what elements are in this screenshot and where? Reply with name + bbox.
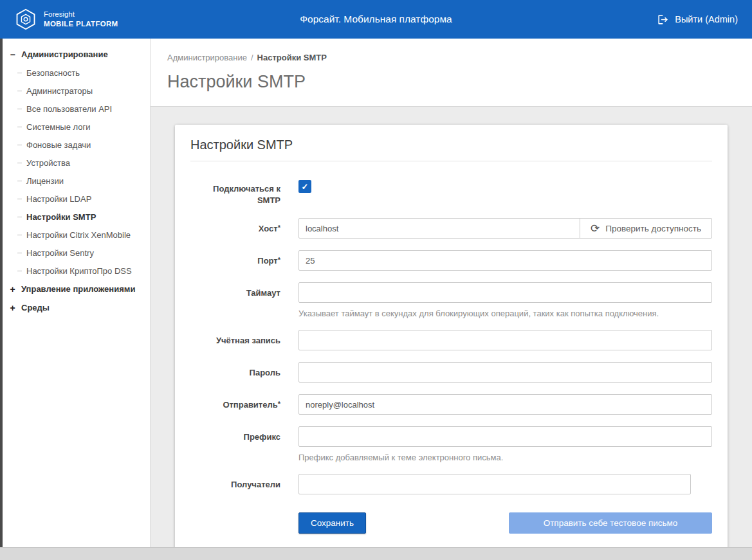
- prefix-input[interactable]: [298, 426, 712, 447]
- port-label: Порт*: [190, 250, 280, 271]
- tree-dash-icon: [17, 73, 22, 73]
- timeout-help-text: Указывает таймаут в секундах для блокиру…: [298, 309, 712, 318]
- logo-title: Foresight: [44, 10, 118, 19]
- breadcrumb: Администрирование/Настройки SMTP: [167, 53, 735, 62]
- sidebar-item-devices[interactable]: Устройства: [4, 154, 150, 172]
- main-area: Администрирование/Настройки SMTP Настрой…: [151, 39, 752, 547]
- form-row-recipients: Получатели: [190, 474, 712, 494]
- form-row-host: Хост* ⟳ Проверить доступность: [190, 218, 712, 239]
- check-availability-button[interactable]: ⟳ Проверить доступность: [580, 218, 712, 239]
- form-row-port: Порт*: [190, 250, 712, 271]
- tree-dash-icon: [17, 127, 22, 127]
- page-header: Администрирование/Настройки SMTP Настрой…: [151, 39, 752, 107]
- content-area: Настройки SMTP Подключаться к SMTP ✓: [151, 107, 752, 547]
- app-header: Foresight MOBILE PLATFORM Форсайт. Мобил…: [0, 0, 752, 39]
- tree-dash-icon: [17, 235, 22, 235]
- form-row-timeout: Таймаут Указывает таймаут в секундах для…: [190, 282, 712, 318]
- expand-icon[interactable]: +: [9, 303, 16, 312]
- logo-hexagon-gear-icon: [14, 8, 37, 31]
- save-button[interactable]: Сохранить: [298, 512, 366, 534]
- form-row-account: Учётная запись: [190, 330, 712, 350]
- refresh-icon: ⟳: [591, 223, 600, 234]
- sidebar-item-api-users[interactable]: Все пользователи API: [4, 100, 150, 118]
- timeout-label: Таймаут: [190, 282, 280, 318]
- sidebar-item-cryptopro-dss-settings[interactable]: Настройки КриптоПро DSS: [4, 262, 150, 280]
- tree-dash-icon: [17, 217, 22, 217]
- sidebar-section-label: Администрирование: [21, 50, 108, 59]
- sidebar-section-administration[interactable]: − Администрирование: [4, 45, 150, 64]
- prefix-help-text: Префикс добавляемый к теме электронного …: [298, 453, 712, 462]
- required-mark: *: [278, 400, 280, 408]
- sidebar-section-environments[interactable]: + Среды: [4, 298, 150, 317]
- send-test-email-button[interactable]: Отправить себе тестовое письмо: [509, 512, 712, 534]
- form-row-prefix: Префикс Префикс добавляемый к теме элект…: [190, 426, 712, 462]
- sidebar-section-label: Управление приложениями: [21, 284, 135, 294]
- port-input[interactable]: [298, 250, 712, 271]
- check-availability-label: Проверить доступность: [605, 224, 701, 233]
- sidebar-section-label: Среды: [21, 303, 50, 312]
- required-mark: *: [278, 224, 280, 231]
- sidebar-item-smtp-settings[interactable]: Настройки SMTP: [4, 208, 150, 226]
- page-title: Настройки SMTP: [167, 72, 735, 92]
- card-title: Настройки SMTP: [190, 138, 712, 161]
- sidebar-item-system-logs[interactable]: Системные логи: [4, 118, 150, 136]
- sidebar: − Администрирование Безопасность Админис…: [0, 39, 151, 547]
- recipients-label: Получатели: [190, 474, 280, 494]
- app-logo: Foresight MOBILE PLATFORM: [14, 8, 118, 31]
- connect-smtp-label: Подключаться к SMTP: [190, 178, 280, 206]
- sidebar-section-app-management[interactable]: + Управление приложениями: [4, 280, 150, 298]
- sidebar-item-licenses[interactable]: Лицензии: [4, 172, 150, 190]
- account-label: Учётная запись: [190, 330, 280, 350]
- sidebar-item-administrators[interactable]: Администраторы: [4, 82, 150, 100]
- breadcrumb-current: Настройки SMTP: [257, 53, 327, 62]
- tree-dash-icon: [17, 109, 22, 109]
- logout-icon: [657, 14, 669, 26]
- password-label: Пароль: [190, 362, 280, 383]
- required-mark: *: [278, 256, 280, 264]
- sidebar-item-citrix-xenmobile-settings[interactable]: Настройки Citrix XenMobile: [4, 226, 150, 244]
- account-input[interactable]: [298, 330, 712, 350]
- recipients-input[interactable]: [298, 474, 691, 494]
- tree-dash-icon: [17, 253, 22, 253]
- checkmark-icon: ✓: [302, 182, 309, 192]
- sidebar-item-security[interactable]: Безопасность: [4, 64, 150, 82]
- connect-smtp-checkbox[interactable]: ✓: [298, 180, 311, 193]
- logout-label: Выйти (Admin): [675, 14, 738, 24]
- tree-dash-icon: [17, 163, 22, 163]
- logo-subtitle: MOBILE PLATFORM: [44, 19, 118, 29]
- sidebar-item-ldap-settings[interactable]: Настройки LDAP: [4, 190, 150, 208]
- logout-button[interactable]: Выйти (Admin): [657, 14, 738, 26]
- tree-dash-icon: [17, 271, 22, 271]
- host-label: Хост*: [190, 218, 280, 239]
- sidebar-item-sentry-settings[interactable]: Настройки Sentry: [4, 244, 150, 262]
- breadcrumb-parent[interactable]: Администрирование: [167, 53, 247, 62]
- vertical-scrollbar[interactable]: [0, 39, 3, 547]
- breadcrumb-separator: /: [251, 53, 253, 62]
- sender-input[interactable]: [298, 394, 712, 415]
- smtp-settings-card: Настройки SMTP Подключаться к SMTP ✓: [175, 125, 728, 547]
- collapse-icon[interactable]: −: [9, 50, 16, 59]
- host-input[interactable]: [298, 218, 580, 239]
- form-row-password: Пароль: [190, 362, 712, 383]
- timeout-input[interactable]: [298, 282, 712, 303]
- form-actions: Сохранить Отправить себе тестовое письмо: [298, 512, 712, 534]
- password-input[interactable]: [298, 362, 712, 383]
- prefix-label: Префикс: [190, 426, 280, 462]
- sidebar-item-background-tasks[interactable]: Фоновые задачи: [4, 136, 150, 154]
- horizontal-scrollbar[interactable]: [0, 547, 752, 560]
- logo-text: Foresight MOBILE PLATFORM: [44, 10, 118, 29]
- form-row-connect-smtp: Подключаться к SMTP ✓: [190, 178, 712, 206]
- tree-dash-icon: [17, 91, 22, 91]
- tree-dash-icon: [17, 145, 22, 145]
- tree-dash-icon: [17, 199, 22, 199]
- expand-icon[interactable]: +: [9, 285, 16, 294]
- tree-dash-icon: [17, 181, 22, 181]
- form-row-sender: Отправитель*: [190, 394, 712, 415]
- sender-label: Отправитель*: [190, 394, 280, 415]
